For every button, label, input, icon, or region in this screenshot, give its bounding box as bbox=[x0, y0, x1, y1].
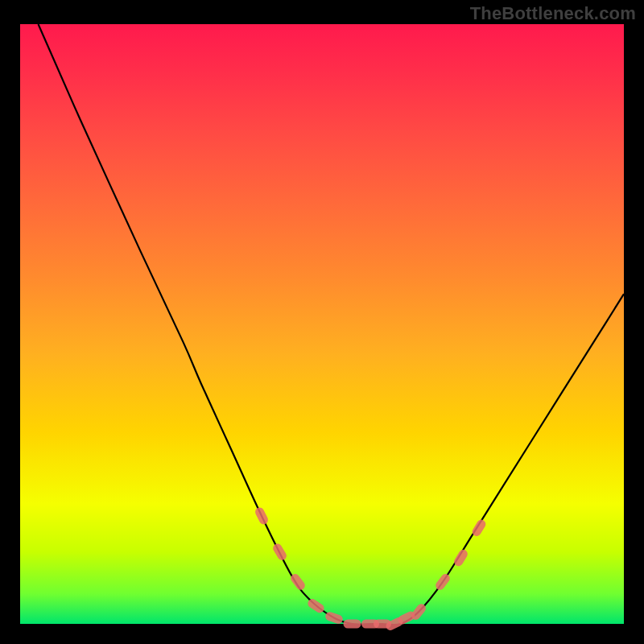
watermark-text: TheBottleneck.com bbox=[470, 3, 636, 24]
curve-line-group bbox=[39, 24, 625, 625]
bottleneck-curve bbox=[39, 24, 625, 625]
chart-frame: TheBottleneck.com bbox=[0, 0, 644, 644]
plot-area bbox=[20, 24, 624, 624]
curve-marker bbox=[254, 506, 270, 526]
curve-marker bbox=[452, 548, 469, 568]
chart-svg bbox=[20, 24, 624, 624]
curve-marker bbox=[271, 542, 288, 562]
curve-marker bbox=[344, 620, 361, 629]
curve-marker bbox=[434, 572, 452, 592]
curve-marker bbox=[324, 611, 344, 625]
